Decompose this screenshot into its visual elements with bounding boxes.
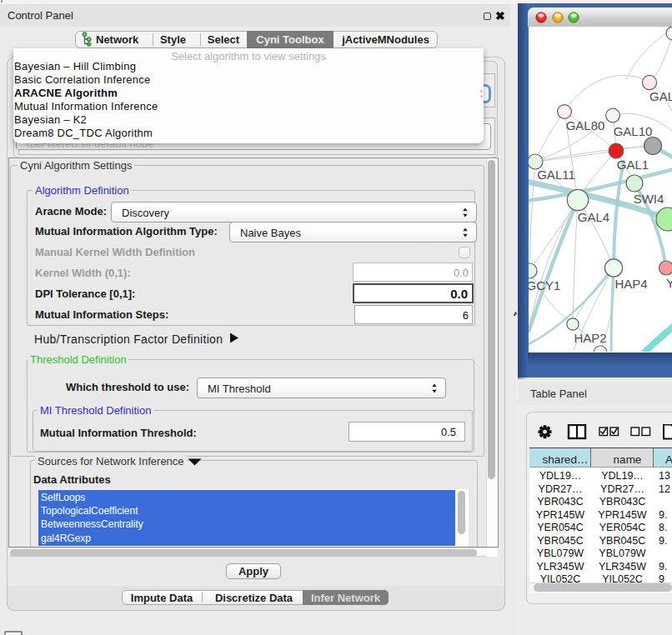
svg-text:SWI4: SWI4 [634, 192, 664, 206]
svg-text:GAL7: GAL7 [649, 89, 672, 103]
svg-text:Y: Y [666, 276, 672, 290]
svg-text:GAL80: GAL80 [566, 118, 605, 132]
svg-text:HAP4: HAP4 [614, 277, 647, 291]
svg-text:GCY1: GCY1 [529, 278, 560, 292]
svg-text:GAL1: GAL1 [617, 158, 649, 172]
svg-text:GAL10: GAL10 [614, 124, 653, 138]
svg-text:GAL4: GAL4 [578, 210, 609, 224]
svg-text:GAL11: GAL11 [537, 168, 575, 182]
svg-text:HAP2: HAP2 [574, 331, 606, 345]
